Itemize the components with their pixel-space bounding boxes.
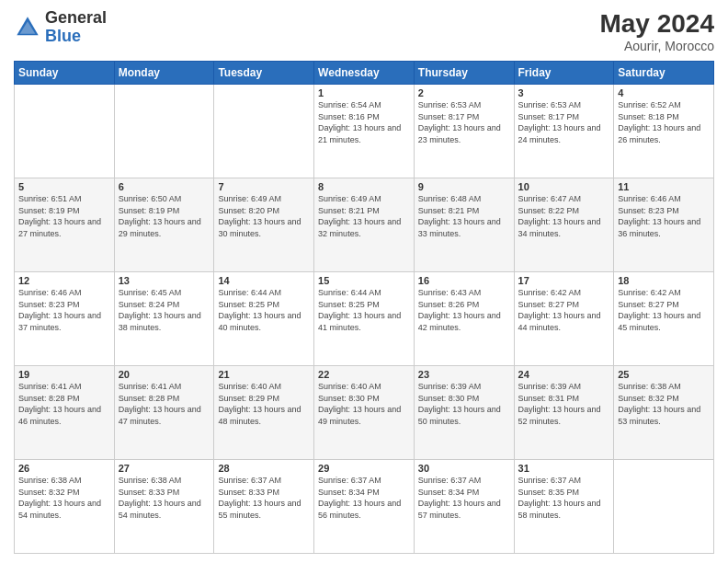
- day-number: 23: [418, 369, 510, 380]
- calendar-cell: 22Sunrise: 6:40 AM Sunset: 8:30 PM Dayli…: [314, 366, 415, 460]
- day-info: Sunrise: 6:37 AM Sunset: 8:34 PM Dayligh…: [418, 475, 510, 521]
- day-number: 14: [218, 275, 310, 286]
- calendar-cell: 21Sunrise: 6:40 AM Sunset: 8:29 PM Dayli…: [214, 366, 314, 460]
- header: General Blue May 2024 Aourir, Morocco: [14, 9, 714, 53]
- weekday-header-thursday: Thursday: [414, 62, 514, 85]
- calendar-cell: 19Sunrise: 6:41 AM Sunset: 8:28 PM Dayli…: [15, 366, 115, 460]
- day-number: 18: [618, 275, 710, 286]
- calendar-cell: 8Sunrise: 6:49 AM Sunset: 8:21 PM Daylig…: [314, 178, 415, 272]
- day-info: Sunrise: 6:43 AM Sunset: 8:26 PM Dayligh…: [418, 287, 510, 333]
- calendar-week-3: 19Sunrise: 6:41 AM Sunset: 8:28 PM Dayli…: [15, 366, 714, 460]
- calendar-week-1: 5Sunrise: 6:51 AM Sunset: 8:19 PM Daylig…: [15, 178, 714, 272]
- day-info: Sunrise: 6:41 AM Sunset: 8:28 PM Dayligh…: [119, 381, 210, 427]
- day-number: 17: [518, 275, 610, 286]
- day-info: Sunrise: 6:40 AM Sunset: 8:30 PM Dayligh…: [318, 381, 410, 427]
- calendar-cell: 13Sunrise: 6:45 AM Sunset: 8:24 PM Dayli…: [114, 272, 214, 366]
- day-info: Sunrise: 6:42 AM Sunset: 8:27 PM Dayligh…: [618, 287, 710, 333]
- day-number: 21: [218, 369, 310, 380]
- calendar-body: 1Sunrise: 6:54 AM Sunset: 8:16 PM Daylig…: [15, 85, 714, 554]
- day-number: 12: [18, 275, 110, 286]
- day-number: 15: [318, 275, 410, 286]
- day-info: Sunrise: 6:38 AM Sunset: 8:32 PM Dayligh…: [18, 475, 110, 521]
- day-number: 24: [518, 369, 610, 380]
- day-info: Sunrise: 6:39 AM Sunset: 8:30 PM Dayligh…: [418, 381, 510, 427]
- logo-text: General Blue: [45, 9, 107, 46]
- weekday-header-monday: Monday: [114, 62, 214, 85]
- calendar-cell: 9Sunrise: 6:48 AM Sunset: 8:21 PM Daylig…: [414, 178, 514, 272]
- day-number: 22: [318, 369, 410, 380]
- day-number: 1: [318, 87, 410, 98]
- calendar-cell: 14Sunrise: 6:44 AM Sunset: 8:25 PM Dayli…: [214, 272, 314, 366]
- day-info: Sunrise: 6:49 AM Sunset: 8:20 PM Dayligh…: [218, 193, 310, 239]
- weekday-header-friday: Friday: [514, 62, 614, 85]
- day-info: Sunrise: 6:37 AM Sunset: 8:33 PM Dayligh…: [218, 475, 310, 521]
- calendar-cell: 6Sunrise: 6:50 AM Sunset: 8:19 PM Daylig…: [114, 178, 214, 272]
- calendar-cell: 27Sunrise: 6:38 AM Sunset: 8:33 PM Dayli…: [114, 460, 214, 554]
- day-number: 31: [518, 463, 610, 474]
- day-number: 9: [418, 181, 510, 192]
- calendar-table: SundayMondayTuesdayWednesdayThursdayFrid…: [14, 61, 714, 554]
- calendar-title: May 2024: [599, 9, 714, 39]
- calendar-cell: 12Sunrise: 6:46 AM Sunset: 8:23 PM Dayli…: [15, 272, 115, 366]
- day-info: Sunrise: 6:42 AM Sunset: 8:27 PM Dayligh…: [518, 287, 610, 333]
- day-number: 28: [218, 463, 310, 474]
- calendar-cell: 10Sunrise: 6:47 AM Sunset: 8:22 PM Dayli…: [514, 178, 614, 272]
- calendar-cell: 2Sunrise: 6:53 AM Sunset: 8:17 PM Daylig…: [414, 85, 514, 178]
- calendar-week-0: 1Sunrise: 6:54 AM Sunset: 8:16 PM Daylig…: [15, 85, 714, 178]
- day-info: Sunrise: 6:38 AM Sunset: 8:32 PM Dayligh…: [618, 381, 710, 427]
- day-info: Sunrise: 6:44 AM Sunset: 8:25 PM Dayligh…: [318, 287, 410, 333]
- page: General Blue May 2024 Aourir, Morocco Su…: [0, 0, 728, 563]
- calendar-cell: 20Sunrise: 6:41 AM Sunset: 8:28 PM Dayli…: [114, 366, 214, 460]
- day-info: Sunrise: 6:37 AM Sunset: 8:35 PM Dayligh…: [518, 475, 610, 521]
- weekday-header-saturday: Saturday: [614, 62, 714, 85]
- calendar-cell: 29Sunrise: 6:37 AM Sunset: 8:34 PM Dayli…: [314, 460, 415, 554]
- logo-icon: [14, 14, 41, 41]
- day-number: 6: [119, 181, 210, 192]
- weekday-header-row: SundayMondayTuesdayWednesdayThursdayFrid…: [15, 62, 714, 85]
- day-number: 8: [318, 181, 410, 192]
- day-info: Sunrise: 6:46 AM Sunset: 8:23 PM Dayligh…: [618, 193, 710, 239]
- calendar-cell: 28Sunrise: 6:37 AM Sunset: 8:33 PM Dayli…: [214, 460, 314, 554]
- day-number: 3: [518, 87, 610, 98]
- day-info: Sunrise: 6:45 AM Sunset: 8:24 PM Dayligh…: [119, 287, 210, 333]
- weekday-header-tuesday: Tuesday: [214, 62, 314, 85]
- day-info: Sunrise: 6:49 AM Sunset: 8:21 PM Dayligh…: [318, 193, 410, 239]
- day-info: Sunrise: 6:51 AM Sunset: 8:19 PM Dayligh…: [18, 193, 110, 239]
- day-number: 25: [618, 369, 710, 380]
- calendar-cell: 15Sunrise: 6:44 AM Sunset: 8:25 PM Dayli…: [314, 272, 415, 366]
- day-info: Sunrise: 6:38 AM Sunset: 8:33 PM Dayligh…: [119, 475, 210, 521]
- calendar-cell: 23Sunrise: 6:39 AM Sunset: 8:30 PM Dayli…: [414, 366, 514, 460]
- day-number: 16: [418, 275, 510, 286]
- logo: General Blue: [14, 9, 107, 46]
- day-info: Sunrise: 6:53 AM Sunset: 8:17 PM Dayligh…: [518, 99, 610, 145]
- calendar-cell: [614, 460, 714, 554]
- calendar-cell: 17Sunrise: 6:42 AM Sunset: 8:27 PM Dayli…: [514, 272, 614, 366]
- day-number: 20: [119, 369, 210, 380]
- day-info: Sunrise: 6:37 AM Sunset: 8:34 PM Dayligh…: [318, 475, 410, 521]
- day-info: Sunrise: 6:54 AM Sunset: 8:16 PM Dayligh…: [318, 99, 410, 145]
- day-number: 10: [518, 181, 610, 192]
- day-number: 5: [18, 181, 110, 192]
- calendar-cell: 11Sunrise: 6:46 AM Sunset: 8:23 PM Dayli…: [614, 178, 714, 272]
- calendar-location: Aourir, Morocco: [599, 39, 714, 53]
- logo-general: General: [45, 8, 107, 27]
- calendar-cell: 5Sunrise: 6:51 AM Sunset: 8:19 PM Daylig…: [15, 178, 115, 272]
- day-number: 2: [418, 87, 510, 98]
- day-number: 30: [418, 463, 510, 474]
- calendar-cell: 3Sunrise: 6:53 AM Sunset: 8:17 PM Daylig…: [514, 85, 614, 178]
- calendar-cell: 18Sunrise: 6:42 AM Sunset: 8:27 PM Dayli…: [614, 272, 714, 366]
- day-number: 7: [218, 181, 310, 192]
- calendar-cell: [214, 85, 314, 178]
- day-info: Sunrise: 6:44 AM Sunset: 8:25 PM Dayligh…: [218, 287, 310, 333]
- day-info: Sunrise: 6:40 AM Sunset: 8:29 PM Dayligh…: [218, 381, 310, 427]
- day-number: 27: [119, 463, 210, 474]
- day-number: 19: [18, 369, 110, 380]
- day-info: Sunrise: 6:53 AM Sunset: 8:17 PM Dayligh…: [418, 99, 510, 145]
- calendar-cell: 31Sunrise: 6:37 AM Sunset: 8:35 PM Dayli…: [514, 460, 614, 554]
- calendar-cell: 24Sunrise: 6:39 AM Sunset: 8:31 PM Dayli…: [514, 366, 614, 460]
- calendar-cell: 16Sunrise: 6:43 AM Sunset: 8:26 PM Dayli…: [414, 272, 514, 366]
- day-info: Sunrise: 6:47 AM Sunset: 8:22 PM Dayligh…: [518, 193, 610, 239]
- day-number: 29: [318, 463, 410, 474]
- calendar-cell: 4Sunrise: 6:52 AM Sunset: 8:18 PM Daylig…: [614, 85, 714, 178]
- day-number: 13: [119, 275, 210, 286]
